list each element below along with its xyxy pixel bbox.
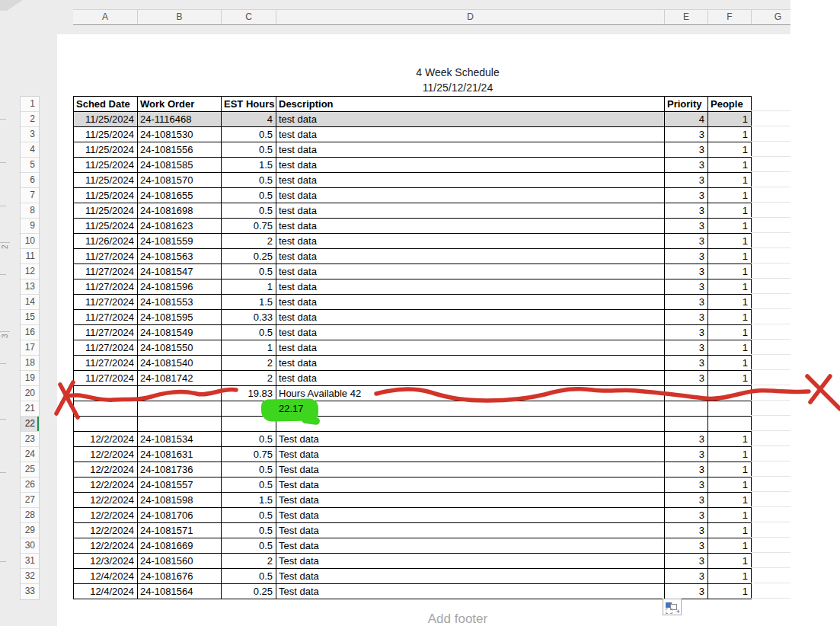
cell-r29c4[interactable]: Test data: [276, 523, 665, 538]
cell-r8c6[interactable]: 1: [708, 203, 752, 219]
cell-r28c2[interactable]: 24-1081706: [138, 508, 222, 523]
cell-r8c1[interactable]: 11/25/2024: [74, 203, 138, 219]
cell-r28c1[interactable]: 12/2/2024: [74, 508, 138, 523]
cell-r20c4[interactable]: Hours Available 42: [276, 386, 665, 401]
column-header-f[interactable]: F: [707, 10, 751, 24]
cell-r20c2[interactable]: [138, 386, 222, 401]
cell-r7c2[interactable]: 24-1081655: [138, 188, 222, 203]
cell-r26c2[interactable]: 24-1081557: [138, 477, 222, 493]
cell-r17c6[interactable]: 1: [708, 340, 752, 356]
cell-r9c6[interactable]: 1: [708, 219, 752, 234]
cell-r30c6[interactable]: 1: [708, 538, 752, 554]
cell-r31c1[interactable]: 12/3/2024: [74, 554, 138, 569]
cell-r26c3[interactable]: 0.5: [222, 477, 276, 493]
row-header-5[interactable]: 5: [21, 158, 39, 173]
cell-r29c3[interactable]: 0.5: [222, 523, 276, 538]
cell-r33c3[interactable]: 0.25: [222, 584, 276, 599]
cell-r25c5[interactable]: 3: [665, 462, 708, 477]
cell-r14c6[interactable]: 1: [708, 295, 752, 310]
cell-r5c1[interactable]: 11/25/2024: [74, 158, 138, 173]
row-header-20[interactable]: 20: [21, 386, 39, 401]
cell-r3c3[interactable]: 0.5: [222, 127, 276, 142]
cell-r5c5[interactable]: 3: [665, 158, 708, 173]
cell-r27c3[interactable]: 1.5: [222, 493, 276, 508]
cell-r8c4[interactable]: test data: [276, 203, 665, 219]
cell-r26c6[interactable]: 1: [708, 477, 752, 493]
cell-r19c5[interactable]: 3: [665, 371, 708, 386]
cell-r30c2[interactable]: 24-1081669: [138, 538, 222, 554]
add-footer-button[interactable]: Add footer: [343, 612, 572, 626]
cell-r3c1[interactable]: 11/25/2024: [74, 127, 138, 142]
cell-r14c3[interactable]: 1.5: [222, 295, 276, 310]
cell-r12c1[interactable]: 11/27/2024: [74, 264, 138, 279]
cell-r23c5[interactable]: 3: [665, 432, 708, 447]
cell-r10c5[interactable]: 3: [665, 234, 708, 249]
cell-r6c2[interactable]: 24-1081570: [138, 173, 222, 188]
column-header-a[interactable]: A: [73, 10, 137, 24]
cell-r32c5[interactable]: 3: [665, 569, 708, 584]
cell-r7c5[interactable]: 3: [665, 188, 708, 203]
cell-r25c6[interactable]: 1: [708, 462, 752, 477]
cell-r18c4[interactable]: test data: [276, 356, 665, 371]
cell-r21c2[interactable]: [138, 401, 222, 417]
row-header-8[interactable]: 8: [21, 203, 39, 219]
cell-r2c3[interactable]: 4: [222, 112, 276, 127]
cell-r25c4[interactable]: Test data: [276, 462, 665, 477]
cell-r30c1[interactable]: 12/2/2024: [74, 538, 138, 554]
cell-r22c2[interactable]: [138, 417, 222, 432]
cell-r28c3[interactable]: 0.5: [222, 508, 276, 523]
cell-r16c3[interactable]: 0.5: [222, 325, 276, 340]
cell-r8c3[interactable]: 0.5: [222, 203, 276, 219]
cell-r21c6[interactable]: [708, 401, 752, 417]
header-cell-description[interactable]: Description: [276, 97, 665, 112]
cell-r19c1[interactable]: 11/27/2024: [74, 371, 138, 386]
cell-r7c6[interactable]: 1: [708, 188, 752, 203]
cell-r3c4[interactable]: test data: [276, 127, 665, 142]
cell-r26c1[interactable]: 12/2/2024: [74, 477, 138, 493]
cell-r11c4[interactable]: test data: [276, 249, 665, 264]
row-header-6[interactable]: 6: [21, 173, 39, 188]
cell-r33c1[interactable]: 12/4/2024: [74, 584, 138, 599]
header-cell-sched-date[interactable]: Sched Date: [74, 97, 138, 112]
row-header-33[interactable]: 33: [21, 584, 39, 599]
cell-r14c1[interactable]: 11/27/2024: [74, 295, 138, 310]
cell-r28c6[interactable]: 1: [708, 508, 752, 523]
column-header-d[interactable]: D: [276, 10, 664, 24]
cell-r13c1[interactable]: 11/27/2024: [74, 279, 138, 295]
row-header-10[interactable]: 10: [21, 234, 39, 249]
cell-r30c4[interactable]: Test data: [276, 538, 665, 554]
row-header-22[interactable]: 22: [21, 417, 39, 432]
row-header-31[interactable]: 31: [21, 554, 39, 569]
cell-r10c3[interactable]: 2: [222, 234, 276, 249]
cell-r4c1[interactable]: 11/25/2024: [74, 142, 138, 158]
cell-r13c3[interactable]: 1: [222, 279, 276, 295]
cell-r10c6[interactable]: 1: [708, 234, 752, 249]
cell-r29c5[interactable]: 3: [665, 523, 708, 538]
cell-r22c5[interactable]: [665, 417, 708, 432]
cell-r16c5[interactable]: 3: [665, 325, 708, 340]
cell-r7c3[interactable]: 0.5: [222, 188, 276, 203]
row-header-17[interactable]: 17: [21, 340, 39, 356]
cell-r2c1[interactable]: 11/25/2024: [74, 112, 138, 127]
cell-r17c4[interactable]: test data: [276, 340, 665, 356]
cell-r11c6[interactable]: 1: [708, 249, 752, 264]
cell-r15c2[interactable]: 24-1081595: [138, 310, 222, 325]
cell-r32c2[interactable]: 24-1081676: [138, 569, 222, 584]
cell-r27c2[interactable]: 24-1081598: [138, 493, 222, 508]
cell-r27c4[interactable]: Test data: [276, 493, 665, 508]
row-header-15[interactable]: 15: [21, 310, 39, 325]
cell-r32c3[interactable]: 0.5: [222, 569, 276, 584]
cell-r16c6[interactable]: 1: [708, 325, 752, 340]
cell-r3c5[interactable]: 3: [665, 127, 708, 142]
cell-r31c2[interactable]: 24-1081560: [138, 554, 222, 569]
cell-r12c4[interactable]: test data: [276, 264, 665, 279]
cell-r21c5[interactable]: [665, 401, 708, 417]
cell-r13c2[interactable]: 24-1081596: [138, 279, 222, 295]
cell-r6c4[interactable]: test data: [276, 173, 665, 188]
cell-r33c6[interactable]: 1: [708, 584, 752, 599]
cell-r4c6[interactable]: 1: [708, 142, 752, 158]
cell-r13c4[interactable]: test data: [276, 279, 665, 295]
cell-r24c5[interactable]: 3: [665, 447, 708, 462]
row-header-29[interactable]: 29: [21, 523, 39, 538]
cell-r29c1[interactable]: 12/2/2024: [74, 523, 138, 538]
